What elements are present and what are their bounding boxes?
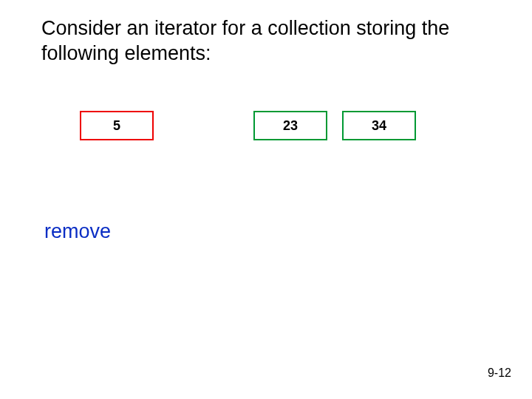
element-box-2: 23 [253, 111, 327, 140]
action-label: remove [44, 220, 111, 243]
slide: Consider an iterator for a collection st… [0, 0, 532, 399]
element-box-1: 5 [80, 111, 154, 140]
page-number: 9-12 [488, 366, 511, 380]
slide-heading: Consider an iterator for a collection st… [41, 16, 492, 66]
elements-row: 5 23 34 [0, 111, 532, 155]
element-box-3: 34 [342, 111, 416, 140]
